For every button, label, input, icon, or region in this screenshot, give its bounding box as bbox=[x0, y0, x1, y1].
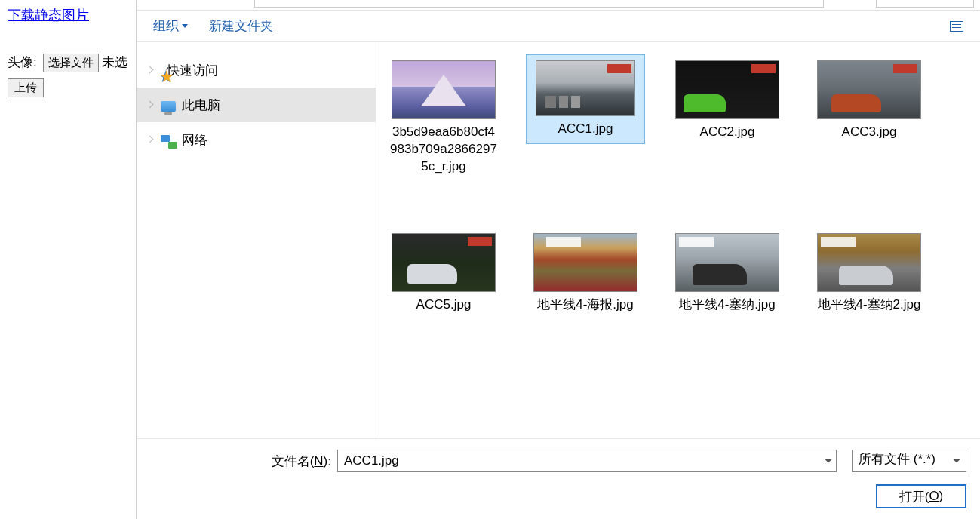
file-item[interactable]: ACC3.jpg bbox=[809, 54, 929, 182]
tree-item-label: 网络 bbox=[182, 131, 207, 149]
organize-label: 组织 bbox=[153, 17, 179, 35]
tree-item-network[interactable]: 网络 bbox=[137, 122, 376, 157]
upload-button[interactable]: 上传 bbox=[8, 78, 44, 97]
file-grid: 3b5d9eaa6b80cf4983b709a28662975c_r.jpgAC… bbox=[376, 42, 980, 438]
file-thumbnail bbox=[675, 60, 779, 119]
file-thumbnail bbox=[817, 60, 921, 119]
file-item[interactable]: 地平线4-塞纳.jpg bbox=[668, 227, 787, 320]
filetype-select[interactable]: 所有文件 (*.*) bbox=[852, 450, 966, 472]
no-file-selected-text: 未选 bbox=[102, 55, 127, 69]
file-caption: 地平线4-塞纳.jpg bbox=[679, 296, 776, 314]
tree-item-label: 快速访问 bbox=[167, 62, 218, 79]
file-caption: ACC1.jpg bbox=[558, 121, 613, 138]
avatar-label: 头像: bbox=[8, 55, 37, 69]
file-item[interactable]: 3b5d9eaa6b80cf4983b709a28662975c_r.jpg bbox=[384, 54, 503, 182]
chevron-right-icon bbox=[147, 66, 155, 74]
download-static-image-link[interactable]: 下载静态图片 bbox=[8, 8, 89, 23]
file-thumbnail bbox=[675, 233, 779, 292]
file-caption: 地平线4-海报.jpg bbox=[537, 296, 634, 314]
file-item[interactable]: 地平线4-塞纳2.jpg bbox=[809, 227, 929, 320]
file-item[interactable]: ACC5.jpg bbox=[384, 227, 503, 320]
tree-item-label: 此电脑 bbox=[182, 97, 220, 114]
dropdown-caret-icon bbox=[182, 24, 188, 28]
organize-menu[interactable]: 组织 bbox=[153, 17, 188, 35]
filename-input[interactable] bbox=[337, 450, 837, 472]
new-folder-button[interactable]: 新建文件夹 bbox=[209, 17, 273, 35]
file-thumbnail bbox=[536, 60, 635, 116]
dialog-toolbar: 组织 新建文件夹 bbox=[137, 11, 980, 42]
view-options-icon[interactable] bbox=[950, 21, 963, 32]
navigation-tree: 快速访问 此电脑 网络 bbox=[137, 42, 376, 438]
search-field[interactable] bbox=[876, 0, 974, 8]
file-caption: ACC3.jpg bbox=[842, 124, 897, 141]
file-item[interactable]: ACC1.jpg bbox=[526, 54, 645, 182]
tree-item-quick-access[interactable]: 快速访问 bbox=[137, 53, 376, 88]
file-thumbnail bbox=[392, 233, 496, 292]
file-thumbnail bbox=[392, 60, 496, 119]
open-button[interactable]: 打开(O) bbox=[876, 484, 966, 508]
file-caption: ACC5.jpg bbox=[416, 296, 472, 314]
file-thumbnail bbox=[533, 233, 637, 292]
pc-icon bbox=[161, 101, 176, 112]
chevron-right-icon bbox=[147, 101, 155, 109]
network-icon bbox=[161, 135, 176, 147]
filename-label: 文件名(N): bbox=[137, 453, 331, 470]
file-item[interactable]: ACC2.jpg bbox=[668, 54, 787, 182]
file-thumbnail bbox=[817, 233, 921, 292]
file-caption: ACC2.jpg bbox=[700, 124, 755, 141]
choose-file-button[interactable]: 选择文件 bbox=[43, 54, 99, 72]
file-item[interactable]: 地平线4-海报.jpg bbox=[526, 227, 645, 320]
file-caption: 3b5d9eaa6b80cf4983b709a28662975c_r.jpg bbox=[390, 124, 497, 176]
chevron-right-icon bbox=[147, 136, 155, 143]
file-caption: 地平线4-塞纳2.jpg bbox=[818, 296, 921, 314]
address-bar[interactable] bbox=[254, 0, 824, 8]
tree-item-this-pc[interactable]: 此电脑 bbox=[137, 88, 376, 122]
dialog-address-bar-area bbox=[137, 0, 980, 11]
file-open-dialog: 组织 新建文件夹 快速访问 此电脑 网络 bbox=[136, 0, 980, 519]
